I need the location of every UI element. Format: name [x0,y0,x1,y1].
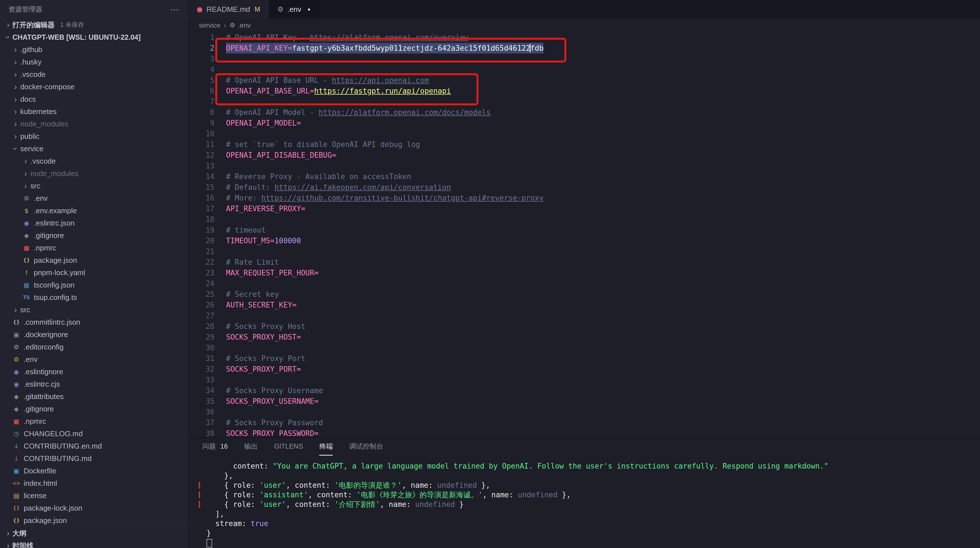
tab-README.md[interactable]: ●README.mdM [188,0,269,19]
code-line[interactable]: 25# Secret key [188,289,980,300]
code-line[interactable]: 6OPENAI_API_BASE_URL=https://fastgpt.run… [188,86,980,96]
line-content: # Socks Proxy Password [215,417,323,428]
tree-item-label: .gitattributes [24,392,64,401]
code-line[interactable]: 5# OpenAI API Base URL - https://api.ope… [188,75,980,86]
code-line[interactable]: 1# OpenAI API Key - https://platform.ope… [188,32,980,43]
code-line[interactable]: 33 [188,375,980,385]
tree-folder-kubernetes[interactable]: ›kubernetes [0,105,188,118]
terminal-line: }, [207,471,980,480]
more-actions-icon[interactable]: ⋯ [170,5,180,14]
tree-file-pnpm-lock.yaml[interactable]: !pnpm-lock.yaml [0,267,188,279]
code-line[interactable]: 22# Rate Limit [188,257,980,267]
panel-tab-终端[interactable]: 终端 [319,438,333,456]
code-line[interactable]: 37# Socks Proxy Password [188,417,980,428]
code-line[interactable]: 34# Socks Proxy Username [188,385,980,396]
tree-file-Dockerfile[interactable]: ▣Dockerfile [0,465,188,477]
tree-file-package.json[interactable]: {}package.json [0,254,188,267]
tree-file-.commitlintrc.json[interactable]: {}.commitlintrc.json [0,316,188,328]
code-line[interactable]: 26AUTH_SECRET_KEY= [188,300,980,310]
tree-file-.npmrc[interactable]: ■.npmrc [0,241,188,254]
panel-tab-GITLENS[interactable]: GITLENS [274,438,303,456]
timeline-section[interactable]: › 时间线 [0,539,188,548]
tree-folder-src[interactable]: ›src [0,303,188,316]
code-line[interactable]: 7 [188,96,980,107]
tree-file-.env[interactable]: ⚙.env [0,192,188,205]
code-line[interactable]: 13 [188,160,980,171]
tree-file-.env.example[interactable]: $.env.example [0,205,188,217]
code-line[interactable]: 4 [188,64,980,75]
code-line[interactable]: 15# Default: https://ai.fakeopen.com/api… [188,182,980,192]
tree-folder-docker-compose[interactable]: ›docker-compose [0,81,188,93]
code-line[interactable]: 28# Socks Proxy Host [188,321,980,332]
tree-file-CONTRIBUTING.en.md[interactable]: ↓CONTRIBUTING.en.md [0,440,188,452]
tree-file-index.html[interactable]: <>index.html [0,477,188,489]
code-line[interactable]: 38SOCKS_PROXY_PASSWORD= [188,428,980,437]
tree-file-.gitignore[interactable]: ◆.gitignore [0,229,188,241]
code-line[interactable]: 32SOCKS_PROXY_PORT= [188,364,980,375]
code-line[interactable]: 20TIMEOUT_MS=100000 [188,235,980,246]
code-line[interactable]: 8# OpenAI API Model - https://platform.o… [188,107,980,118]
problems-count-badge: 16 [220,442,228,450]
tree-folder-src[interactable]: ›src [0,179,188,192]
tree-file-.editorconfig[interactable]: ⚙.editorconfig [0,341,188,353]
code-line[interactable]: 3 [188,54,980,64]
code-line[interactable]: 2OPENAI_API_KEY=fastgpt-y6b3axfbdd5wyp01… [188,43,980,54]
tree-file-.eslintignore[interactable]: ◉.eslintignore [0,365,188,378]
tree-file-.eslintrc.cjs[interactable]: ◉.eslintrc.cjs [0,378,188,390]
terminal[interactable]: content: "You are ChatGPT, a large langu… [188,461,980,548]
tree-file-tsconfig.json[interactable]: ▦tsconfig.json [0,279,188,291]
tree-folder-node_modules[interactable]: ›node_modules [0,118,188,130]
panel-tab-输出[interactable]: 输出 [244,438,258,456]
code-line[interactable]: 27 [188,310,980,321]
code-line[interactable]: 21 [188,246,980,257]
tree-folder-node_modules[interactable]: ›node_modules [0,167,188,179]
code-line[interactable]: 30 [188,342,980,353]
breadcrumb-item-service[interactable]: service [199,21,220,29]
code-line[interactable]: 9OPENAI_API_MODEL= [188,118,980,129]
tree-file-CONTRIBUTING.md[interactable]: ↓CONTRIBUTING.md [0,452,188,465]
panel-tab-问题[interactable]: 问题16 [202,438,228,456]
tree-folder-.vscode[interactable]: ›.vscode [0,68,188,81]
code-line[interactable]: 35SOCKS_PROXY_USERNAME= [188,396,980,407]
code-line[interactable]: 16# More: https://github.com/transitive-… [188,192,980,203]
tree-file-.npmrc[interactable]: ■.npmrc [0,415,188,427]
tree-file-package.json[interactable]: {}package.json [0,514,188,527]
tree-file-.eslintrc.json[interactable]: ◉.eslintrc.json [0,217,188,229]
code-line[interactable]: 18 [188,214,980,225]
tree-file-tsup.config.ts[interactable]: TStsup.config.ts [0,291,188,303]
terminal-token: , name: [380,500,415,508]
code-line[interactable]: 24 [188,278,980,289]
tree-file-license[interactable]: ▤license [0,489,188,502]
code-line[interactable]: 11# set `true` to disable OpenAI API deb… [188,139,980,150]
tree-folder-.husky[interactable]: ›.husky [0,56,188,68]
panel-tab-调试控制台[interactable]: 调试控制台 [349,438,383,456]
code-line[interactable]: 23MAX_REQUEST_PER_HOUR= [188,267,980,278]
tree-file-.gitignore[interactable]: ◆.gitignore [0,403,188,415]
tree-folder-.vscode[interactable]: ›.vscode [0,155,188,167]
tree-folder-docs[interactable]: ›docs [0,93,188,105]
code-line[interactable]: 29SOCKS_PROXY_HOST= [188,332,980,342]
code-area[interactable]: 1# OpenAI API Key - https://platform.ope… [188,32,980,437]
breadcrumb-item-env[interactable]: .env [238,21,250,29]
tree-folder-.github[interactable]: ›.github [0,43,188,56]
tab-.env[interactable]: ⚙.env● [269,0,320,19]
project-root-section[interactable]: › CHATGPT-WEB [WSL: UBUNTU-22.04] [0,31,188,43]
code-line[interactable]: 12OPENAI_API_DISABLE_DEBUG= [188,150,980,160]
md-down-red-icon: ↓ [11,455,21,462]
tree-folder-public[interactable]: ›public [0,130,188,143]
tree-file-package-lock.json[interactable]: {}package-lock.json [0,502,188,514]
tree-file-.gitattributes[interactable]: ◆.gitattributes [0,390,188,403]
tree-file-.dockerignore[interactable]: ▣.dockerignore [0,328,188,341]
tree-file-.env[interactable]: ⚙.env [0,353,188,365]
code-line[interactable]: 10 [188,129,980,139]
code-line[interactable]: 31# Socks Proxy Port [188,353,980,364]
outline-section[interactable]: › 大纲 [0,527,188,539]
tree-file-CHANGELOG.md[interactable]: ◷CHANGELOG.md [0,427,188,440]
code-line[interactable]: 36 [188,407,980,417]
code-line[interactable]: 19# timeout [188,225,980,235]
code-line[interactable]: 17API_REVERSE_PROXY= [188,203,980,214]
open-editors-section[interactable]: › 打开的编辑器 1 未保存 [0,19,188,31]
unsaved-dot-icon[interactable]: ● [307,6,310,13]
code-line[interactable]: 14# Reverse Proxy - Available on accessT… [188,171,980,182]
tree-folder-service[interactable]: ›service [0,143,188,155]
